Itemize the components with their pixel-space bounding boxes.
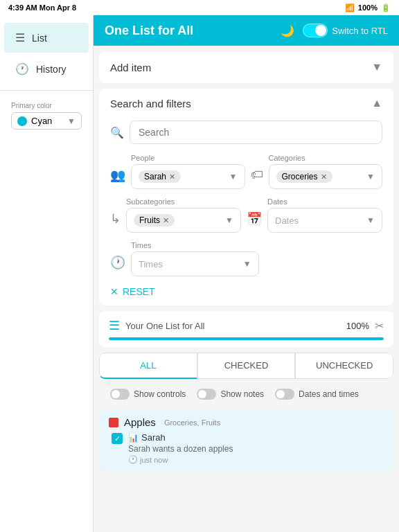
search-row: 🔍 [99, 118, 393, 151]
chevron-down-icon: ▼ [67, 116, 76, 126]
mini-toggle-dates[interactable] [275, 389, 294, 400]
categories-select[interactable]: Groceries ✕ ▼ [269, 164, 383, 189]
tabs-row: ALL CHECKED UNCHECKED [99, 353, 393, 379]
item-color-dot [109, 418, 118, 427]
reset-label: RESET [123, 286, 155, 297]
search-filters-section: Search and filters ▲ 🔍 👥 People Sarah ✕ [99, 89, 393, 305]
edit-icon[interactable]: ✂ [375, 319, 384, 332]
chevron-down-icon: ▼ [366, 215, 375, 225]
filter-title: Search and filters [110, 98, 191, 109]
progress-percent: 100% [346, 321, 369, 331]
bar-chart-icon: 📊 [128, 433, 139, 443]
categories-tag: Groceries ✕ [276, 170, 332, 183]
search-icon: 🔍 [110, 126, 124, 139]
checkbox-checked[interactable]: ✓ [112, 433, 123, 444]
color-select[interactable]: Cyan ▼ [11, 112, 82, 130]
item-detail-icons: 📊 Sarah [128, 432, 384, 443]
subcategories-tag: Fruits ✕ [134, 214, 175, 227]
detail-person: Sarah [141, 432, 166, 443]
list-icon: ☰ [109, 318, 120, 333]
progress-actions: 100% ✂ [346, 319, 384, 332]
categories-field: Categories Groceries ✕ ▼ [269, 154, 383, 189]
clock-icon: 🕐 [128, 455, 138, 464]
dates-icon: 📅 [247, 211, 262, 227]
color-swatch [17, 116, 27, 126]
mini-toggle-notes[interactable] [197, 389, 216, 400]
subcategories-tag-close[interactable]: ✕ [163, 216, 169, 225]
status-time-date: 4:39 AM Mon Apr 8 [8, 3, 76, 12]
mini-toggle-controls[interactable] [110, 389, 130, 400]
item-detail-content: 📊 Sarah Sarah wants a dozen apples 🕐 jus… [128, 432, 384, 464]
categories-icon: 🏷 [251, 168, 263, 182]
detail-note: Sarah wants a dozen apples [128, 444, 384, 454]
people-tag: Sarah ✕ [139, 170, 181, 183]
history-icon: 🕐 [15, 62, 29, 76]
rtl-label: Switch to RTL [332, 26, 388, 36]
list-icon: ☰ [15, 31, 25, 44]
categories-tag-close[interactable]: ✕ [321, 172, 327, 181]
list-item-section: Apples Groceries, Fruits ✓ 📊 Sarah Sarah… [99, 409, 393, 471]
subcategories-field: Subcategories Fruits ✕ ▼ [126, 197, 241, 233]
people-categories-row: 👥 People Sarah ✕ ▼ 🏷 Categories [99, 151, 393, 195]
progress-bar-fill [109, 337, 384, 340]
show-notes-toggle[interactable]: Show notes [197, 389, 264, 400]
people-label: People [131, 154, 245, 162]
reset-row[interactable]: ✕ RESET [99, 282, 393, 305]
add-item-text: Add item [110, 62, 151, 73]
dates-select[interactable]: Dates ▼ [267, 208, 382, 233]
progress-bar [109, 337, 384, 340]
progress-section: ☰ Your One List for All 100% ✂ [99, 311, 393, 347]
top-bar-actions: 🌙 Switch to RTL [281, 24, 388, 37]
filter-header[interactable]: Search and filters ▲ [99, 89, 393, 118]
show-notes-label: Show notes [220, 389, 264, 399]
chevron-down-icon: ▼ [225, 215, 233, 225]
tab-all[interactable]: ALL [99, 353, 197, 379]
sidebar-item-label: History [36, 64, 66, 75]
wifi-icon: 📶 [345, 3, 355, 12]
add-item-row[interactable]: Add item ▼ [99, 51, 393, 83]
main-content: One List for All 🌙 Switch to RTL Add ite… [94, 15, 399, 532]
battery-icon: 🔋 [381, 3, 391, 12]
show-controls-toggle[interactable]: Show controls [110, 389, 186, 400]
people-tag-close[interactable]: ✕ [169, 172, 175, 181]
subcategories-select[interactable]: Fruits ✕ ▼ [126, 208, 241, 233]
people-field: People Sarah ✕ ▼ [131, 154, 245, 189]
people-select[interactable]: Sarah ✕ ▼ [131, 164, 245, 189]
toggle-knob [276, 390, 285, 398]
status-right: 📶 100% 🔋 [345, 3, 391, 12]
top-bar: One List for All 🌙 Switch to RTL [94, 15, 399, 46]
rtl-toggle[interactable]: Switch to RTL [303, 24, 388, 37]
chevron-down-icon: ▼ [371, 61, 382, 73]
progress-header: ☰ Your One List for All 100% ✂ [109, 318, 384, 333]
chevron-down-icon: ▼ [366, 172, 375, 181]
times-select[interactable]: Times ▼ [131, 251, 259, 276]
add-item-section: Add item ▼ [99, 51, 393, 83]
sidebar: ☰ List 🕐 History Primary color Cyan ▼ [0, 15, 94, 532]
item-detail-row: ✓ 📊 Sarah Sarah wants a dozen apples 🕐 j… [109, 432, 384, 464]
primary-color-label: Primary color [11, 102, 82, 109]
search-input[interactable] [130, 121, 382, 144]
tab-checked[interactable]: CHECKED [197, 353, 296, 379]
progress-title: Your One List for All [125, 321, 204, 331]
item-meta: Groceries, Fruits [164, 418, 220, 427]
times-field: Times Times ▼ [131, 241, 259, 276]
checkmark-icon: ✓ [114, 434, 121, 443]
dates-placeholder: Dates [275, 215, 299, 226]
chevron-down-icon: ▼ [243, 259, 251, 269]
toggle-knob [315, 25, 326, 36]
chevron-up-icon: ▲ [371, 97, 382, 109]
controls-row: Show controls Show notes Dates and times [99, 382, 393, 407]
rtl-toggle-switch[interactable] [303, 24, 328, 37]
primary-color-section: Primary color Cyan ▼ [0, 96, 93, 135]
tab-unchecked[interactable]: UNCHECKED [295, 353, 393, 379]
dates-label: Dates [267, 197, 382, 206]
status-bar: 4:39 AM Mon Apr 8 📶 100% 🔋 [0, 0, 399, 15]
toggle-knob [112, 390, 120, 398]
sidebar-item-list[interactable]: ☰ List [4, 23, 89, 53]
list-item-header: Apples Groceries, Fruits [109, 416, 384, 428]
dark-mode-button[interactable]: 🌙 [281, 24, 294, 37]
times-placeholder: Times [139, 259, 163, 269]
dates-times-toggle[interactable]: Dates and times [275, 389, 359, 400]
sidebar-item-label: List [32, 33, 47, 44]
sidebar-item-history[interactable]: 🕐 History [4, 54, 89, 84]
